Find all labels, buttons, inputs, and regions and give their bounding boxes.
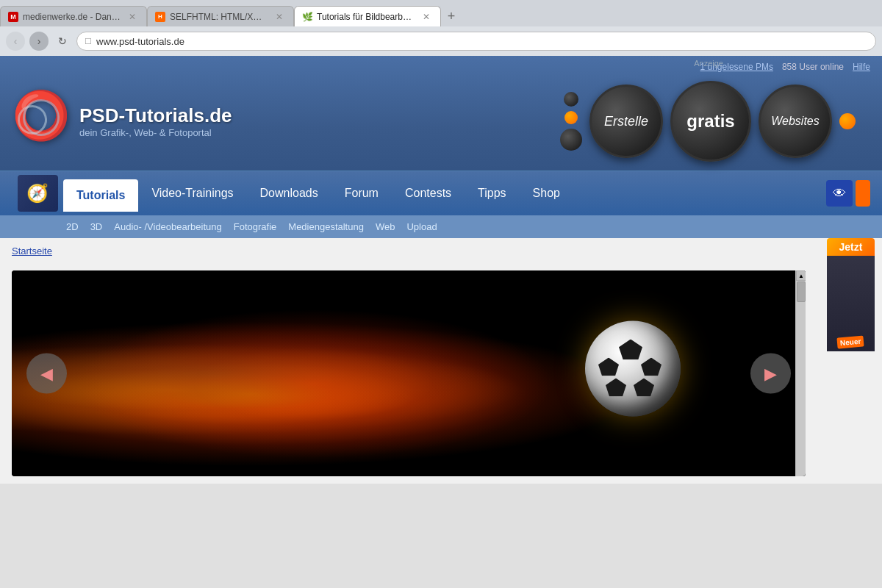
ad-dot-orange: [564, 111, 578, 124]
subnav-audio-video[interactable]: Audio- /Videobearbeitung: [114, 221, 222, 232]
nav-item-shop[interactable]: Shop: [520, 175, 573, 212]
tab2-favicon: H: [155, 12, 165, 22]
browser-tab-2[interactable]: H SELFHTML: HTML/XHTM... ✕: [147, 6, 294, 26]
ad-gratis-button[interactable]: gratis: [670, 81, 751, 162]
nav-item-video-trainings[interactable]: Video-Trainings: [138, 175, 246, 212]
main-content: ▲ ◀ ▶: [0, 263, 882, 484]
scroll-thumb[interactable]: [797, 282, 806, 302]
ad-erstelle-button[interactable]: Erstelle: [589, 85, 663, 158]
ball-sphere: [585, 321, 681, 417]
header-main: ⭕ PSD-Tutorials.de dein Grafik-, Web- & …: [0, 75, 882, 171]
tab2-close[interactable]: ✕: [273, 10, 286, 24]
site-logo: ⭕ PSD-Tutorials.de dein Grafik-, Web- & …: [12, 92, 232, 151]
ball-patch-bottom-right: [634, 379, 654, 397]
site-title: PSD-Tutorials.de: [79, 104, 232, 127]
browser-chrome: M medienwerke.de - Daniel ... ✕ H SELFHT…: [0, 0, 882, 56]
ad-ball-medium: [560, 129, 582, 151]
tab3-label: Tutorials für Bildbearbeitu...: [317, 12, 415, 22]
site-header: 1 ungelesene PMs 858 User online Hilfe ⭕…: [0, 56, 882, 238]
tab1-label: medienwerke.de - Daniel ...: [23, 12, 121, 22]
refresh-button[interactable]: ↻: [53, 32, 72, 51]
website-content: 1 ungelesene PMs 858 User online Hilfe ⭕…: [0, 56, 882, 484]
subnav-2d[interactable]: 2D: [66, 221, 79, 232]
logo-icon: ⭕: [12, 92, 71, 151]
ball-patch-left: [598, 358, 619, 376]
ad-anzeige-label: Anzeige: [694, 59, 723, 68]
slideshow-next-button[interactable]: ▶: [750, 354, 791, 394]
subnav-upload[interactable]: Upload: [406, 221, 437, 232]
jetzt-badge: Jetzt: [827, 238, 875, 256]
url-bar[interactable]: ☐ www.psd-tutorials.de: [76, 32, 876, 51]
header-user-info: 1 ungelesene PMs 858 User online Hilfe: [700, 62, 870, 72]
header-ad: Anzeige Erstelle gratis: [247, 81, 870, 162]
browser-tab-3[interactable]: 🌿 Tutorials für Bildbearbeitu... ✕: [294, 6, 441, 26]
users-online-count: 858 User online: [782, 62, 844, 72]
forward-button[interactable]: ›: [29, 32, 49, 51]
slideshow-image: ▲: [12, 270, 806, 476]
site-subtitle: dein Grafik-, Web- & Fotoportal: [79, 127, 232, 138]
help-link[interactable]: Hilfe: [853, 62, 870, 72]
slideshow-wrapper: ▲ ◀ ▶: [12, 270, 870, 476]
ball-patch-top: [619, 340, 642, 360]
ad-websites-button[interactable]: Websites: [759, 85, 832, 158]
nav-item-forum[interactable]: Forum: [331, 175, 392, 212]
subnav-mediengestaltung[interactable]: Mediengestaltung: [288, 221, 364, 232]
new-tab-button[interactable]: +: [441, 6, 462, 26]
subnav-web[interactable]: Web: [376, 221, 395, 232]
content-area: Startseite Jetzt Neuer: [0, 238, 882, 484]
url-text: www.psd-tutorials.de: [96, 36, 184, 47]
tab2-label: SELFHTML: HTML/XHTM...: [170, 12, 268, 22]
url-lock-icon: ☐: [85, 37, 92, 46]
logo-text: PSD-Tutorials.de dein Grafik-, Web- & Fo…: [79, 104, 232, 138]
nav-eye-button[interactable]: 👁: [826, 180, 853, 207]
nav-right-buttons: 👁: [826, 180, 870, 207]
sub-nav: 2D 3D Audio- /Videobearbeitung Fotografi…: [0, 215, 882, 238]
nav-item-downloads[interactable]: Downloads: [247, 175, 331, 212]
ball-patch-right: [641, 358, 662, 376]
tab1-favicon: M: [8, 12, 18, 22]
tab3-close[interactable]: ✕: [420, 10, 433, 24]
address-bar: ‹ › ↻ ☐ www.psd-tutorials.de: [0, 26, 882, 56]
header-top-bar: 1 ungelesene PMs 858 User online Hilfe: [0, 56, 882, 75]
ad-dot-orange-2: [839, 113, 856, 129]
subnav-3d[interactable]: 3D: [90, 221, 103, 232]
nav-item-tutorials[interactable]: Tutorials: [63, 179, 138, 212]
subnav-fotografie[interactable]: Fotografie: [234, 221, 277, 232]
slideshow-scrollbar[interactable]: ▲: [795, 270, 806, 476]
nav-item-tipps[interactable]: Tipps: [465, 175, 520, 212]
browser-tab-1[interactable]: M medienwerke.de - Daniel ... ✕: [0, 6, 147, 26]
nav-icon-inner: 🧭: [18, 175, 58, 212]
ad-ball-small-1: [564, 92, 578, 107]
slideshow-prev-button[interactable]: ◀: [26, 354, 67, 394]
nav-logo-icon: 🧭: [12, 171, 63, 215]
main-nav: 🧭 Tutorials Video-Trainings Downloads Fo…: [0, 171, 882, 215]
tab-bar: M medienwerke.de - Daniel ... ✕ H SELFHT…: [0, 0, 882, 26]
breadcrumb-startseite[interactable]: Startseite: [12, 245, 52, 257]
nav-items-container: Tutorials Video-Trainings Downloads Foru…: [63, 175, 573, 212]
nav-item-contests[interactable]: Contests: [392, 175, 465, 212]
scroll-arrow-up[interactable]: ▲: [796, 270, 806, 281]
tab1-close[interactable]: ✕: [126, 10, 139, 24]
smoke-layer: [12, 270, 806, 476]
back-button[interactable]: ‹: [6, 32, 25, 51]
ad-decorations: [560, 92, 582, 151]
ball-patch-bottom-left: [606, 379, 626, 397]
soccer-ball: [585, 321, 681, 417]
compass-icon: 🧭: [26, 183, 49, 204]
ad-content: Erstelle gratis Websites: [560, 81, 856, 162]
slideshow: ▲ ◀ ▶: [12, 270, 806, 476]
tab3-favicon: 🌿: [302, 12, 312, 22]
nav-orange-button[interactable]: [856, 180, 870, 207]
breadcrumb: Startseite: [0, 238, 882, 263]
